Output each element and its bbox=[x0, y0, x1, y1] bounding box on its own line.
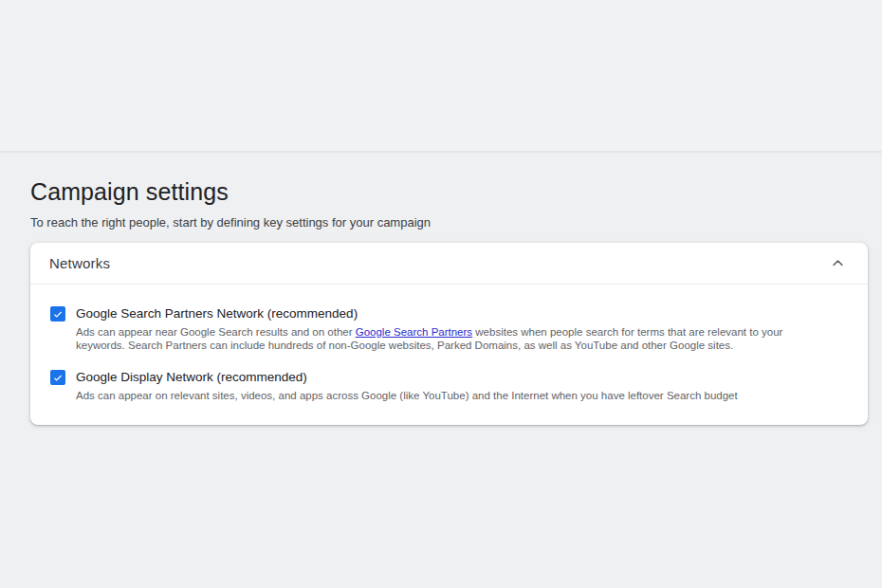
description-text: Ads can appear near Google Search result… bbox=[76, 326, 356, 338]
campaign-settings-page: Campaign settings To reach the right peo… bbox=[0, 153, 882, 425]
display-network-option-row: Google Display Network (recommended) Ads… bbox=[50, 369, 845, 403]
search-partners-checkbox[interactable] bbox=[50, 306, 65, 322]
networks-card: Networks Googl bbox=[30, 243, 868, 425]
top-area bbox=[0, 0, 882, 153]
display-network-label: Google Display Network (recommended) bbox=[76, 369, 738, 385]
checkmark-icon bbox=[52, 308, 64, 320]
google-search-partners-link[interactable]: Google Search Partners bbox=[356, 326, 472, 338]
search-partners-option-text: Google Search Partners Network (recommen… bbox=[76, 305, 827, 352]
checkmark-icon bbox=[52, 372, 64, 383]
networks-card-title: Networks bbox=[49, 255, 110, 271]
page-title: Campaign settings bbox=[30, 178, 868, 206]
display-network-checkbox[interactable] bbox=[50, 370, 65, 385]
display-network-option-text: Google Display Network (recommended) Ads… bbox=[76, 369, 738, 403]
page-subtitle: To reach the right people, start by defi… bbox=[30, 215, 868, 230]
display-network-description: Ads can appear on relevant sites, videos… bbox=[76, 390, 738, 403]
networks-card-body: Google Search Partners Network (recommen… bbox=[30, 285, 868, 425]
chevron-up-icon bbox=[831, 256, 845, 270]
search-partners-label: Google Search Partners Network (recommen… bbox=[76, 305, 827, 322]
collapse-section-button[interactable] bbox=[829, 255, 846, 272]
search-partners-description: Ads can appear near Google Search result… bbox=[76, 326, 827, 352]
search-partners-option-row: Google Search Partners Network (recommen… bbox=[50, 305, 845, 352]
networks-card-header[interactable]: Networks bbox=[30, 243, 868, 285]
